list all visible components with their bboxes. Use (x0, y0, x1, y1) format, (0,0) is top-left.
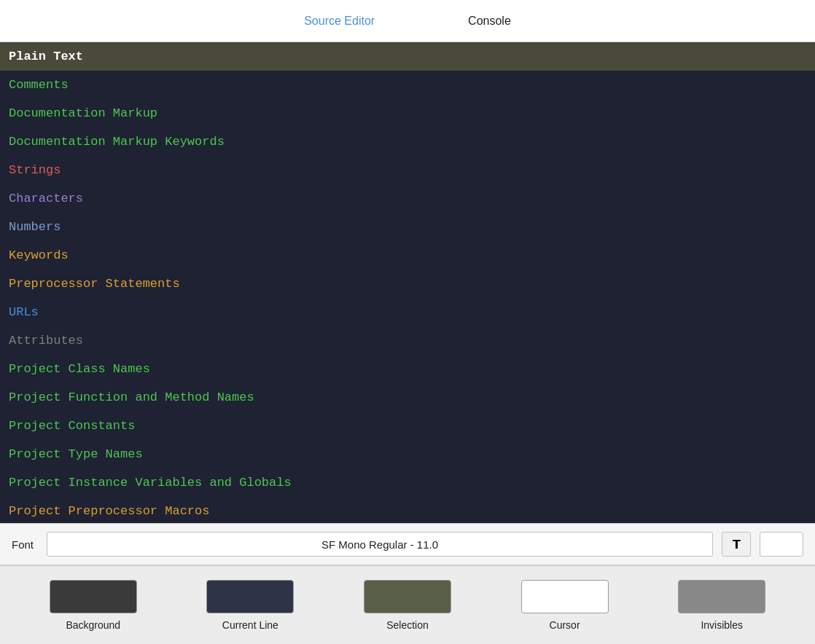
syntax-item-project-instance-variables-globals[interactable]: Project Instance Variables and Globals (0, 468, 815, 497)
font-bar: Font SF Mono Regular - 11.0 𝗧 (0, 523, 815, 565)
syntax-item-characters[interactable]: Characters (0, 184, 815, 213)
swatch-selection[interactable] (364, 580, 451, 613)
swatch-invisibles[interactable] (678, 580, 765, 613)
swatch-label-selection: Selection (386, 619, 429, 631)
swatch-label-current-line: Current Line (222, 619, 278, 631)
syntax-item-project-preprocessor-macros[interactable]: Project Preprocessor Macros (0, 497, 815, 523)
font-value: SF Mono Regular - 11.0 (321, 538, 438, 551)
syntax-item-documentation-markup-keywords[interactable]: Documentation Markup Keywords (0, 127, 815, 156)
syntax-item-project-class-names[interactable]: Project Class Names (0, 355, 815, 383)
syntax-item-attributes[interactable]: Attributes (0, 326, 815, 355)
swatch-item-cursor[interactable]: Cursor (521, 580, 609, 631)
swatch-label-cursor: Cursor (550, 619, 580, 631)
font-field[interactable]: SF Mono Regular - 11.0 (47, 532, 713, 557)
swatch-item-selection[interactable]: Selection (364, 580, 451, 631)
type-icon: 𝗧 (733, 538, 741, 551)
syntax-item-preprocessor-statements[interactable]: Preprocessor Statements (0, 270, 815, 298)
tab-source-editor[interactable]: Source Editor (301, 9, 378, 34)
swatch-item-invisibles[interactable]: Invisibles (678, 580, 765, 631)
syntax-item-numbers[interactable]: Numbers (0, 213, 815, 241)
swatch-label-background: Background (66, 619, 120, 631)
tab-bar: Source Editor Console (0, 0, 815, 42)
syntax-item-urls[interactable]: URLs (0, 298, 815, 326)
tab-console[interactable]: Console (465, 9, 514, 34)
swatch-bar: Background Current Line Selection Cursor… (0, 565, 815, 644)
syntax-item-project-function-method-names[interactable]: Project Function and Method Names (0, 383, 815, 412)
font-label: Font (12, 538, 38, 551)
main-area: Plain Text CommentsDocumentation MarkupD… (0, 42, 815, 644)
syntax-item-comments[interactable]: Comments (0, 71, 815, 99)
syntax-list[interactable]: Plain Text CommentsDocumentation MarkupD… (0, 42, 815, 523)
syntax-item-documentation-markup[interactable]: Documentation Markup (0, 99, 815, 127)
swatch-label-invisibles: Invisibles (701, 619, 743, 631)
swatch-item-current-line[interactable]: Current Line (206, 580, 294, 631)
syntax-item-keywords[interactable]: Keywords (0, 241, 815, 270)
swatch-current-line[interactable] (206, 580, 294, 613)
plain-text-header: Plain Text (0, 42, 815, 71)
syntax-item-strings[interactable]: Strings (0, 156, 815, 184)
syntax-item-project-constants[interactable]: Project Constants (0, 412, 815, 440)
swatch-cursor[interactable] (521, 580, 609, 613)
syntax-item-project-type-names[interactable]: Project Type Names (0, 440, 815, 468)
swatch-background[interactable] (50, 580, 137, 613)
font-color-button[interactable] (760, 532, 803, 557)
swatch-item-background[interactable]: Background (50, 580, 137, 631)
font-type-button[interactable]: 𝗧 (722, 532, 751, 557)
